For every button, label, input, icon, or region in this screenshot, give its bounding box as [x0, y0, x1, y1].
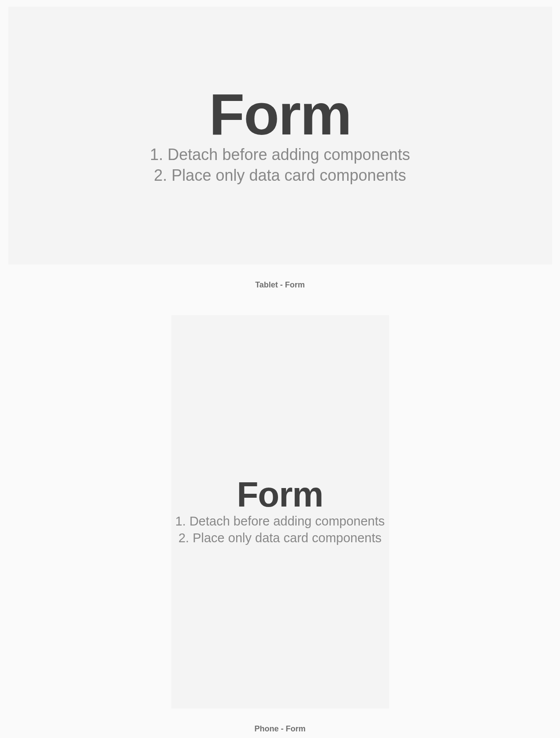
forms-container: Form 1. Detach before adding components …	[0, 0, 560, 734]
phone-instructions: 1. Detach before adding components 2. Pl…	[175, 513, 385, 546]
tablet-form-title: Form	[209, 86, 351, 144]
tablet-instructions: 1. Detach before adding components 2. Pl…	[150, 145, 410, 186]
tablet-instruction-2: 2. Place only data card components	[150, 165, 410, 186]
tablet-instruction-1: 1. Detach before adding components	[150, 145, 410, 165]
tablet-form-panel: Form 1. Detach before adding components …	[8, 7, 552, 265]
phone-instruction-1: 1. Detach before adding components	[175, 513, 385, 530]
phone-instruction-2: 2. Place only data card components	[175, 530, 385, 547]
tablet-caption: Tablet - Form	[255, 280, 305, 290]
phone-caption: Phone - Form	[255, 724, 306, 734]
phone-form-title: Form	[237, 477, 323, 512]
phone-form-panel: Form 1. Detach before adding components …	[171, 315, 389, 708]
